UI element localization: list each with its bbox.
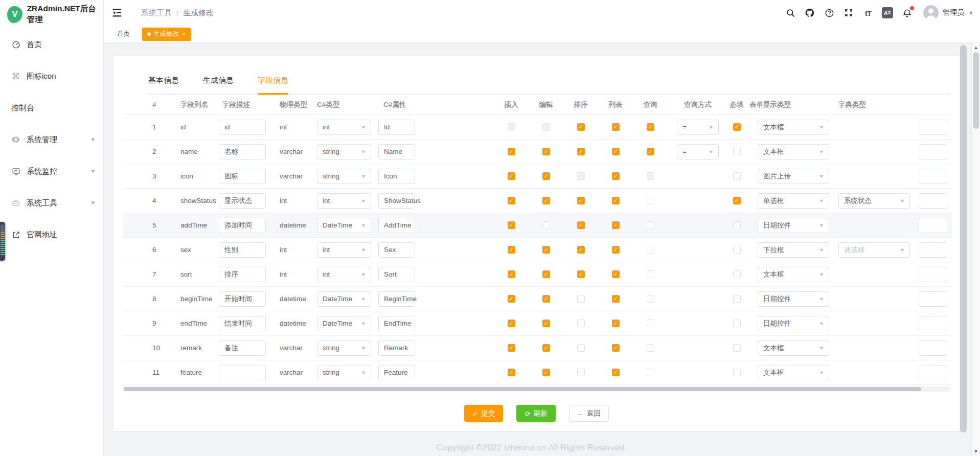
csharp-attr-input[interactable]: Sex [378,242,415,258]
required-checkbox[interactable] [733,197,741,204]
required-checkbox[interactable] [733,148,741,155]
sort-checkbox[interactable] [577,197,585,204]
sort-checkbox[interactable] [577,221,585,229]
sidebar-item-2[interactable]: ⌘图标icon [0,60,103,92]
csharp-type-select[interactable]: int▼ [317,242,371,258]
user-menu[interactable]: 管理员 ▼ [923,5,974,20]
query-checkbox[interactable] [647,123,654,131]
form-display-type-select[interactable]: 图片上传▼ [758,169,829,184]
insert-checkbox[interactable] [508,320,515,327]
query-type-select[interactable]: =▼ [677,120,719,135]
insert-checkbox[interactable] [508,221,515,229]
field-desc-input[interactable]: 性别 [219,242,266,258]
edit-checkbox[interactable] [542,172,550,180]
back-button[interactable]: ← 返回 [569,405,609,422]
insert-checkbox[interactable] [508,123,515,131]
sort-checkbox[interactable] [577,344,585,352]
form-display-type-select[interactable]: 文本框▼ [758,365,829,380]
required-checkbox[interactable] [733,295,741,303]
github-icon[interactable] [804,7,816,19]
refresh-button[interactable]: ⟳ 刷新 [516,405,555,422]
required-checkbox[interactable] [733,246,741,254]
tab-生成信息[interactable]: 生成信息 [203,76,234,94]
field-desc-input[interactable]: id [219,120,266,135]
edit-checkbox[interactable] [542,344,550,352]
csharp-type-select[interactable]: int▼ [317,267,371,282]
dict-type-select[interactable]: 系统状态▼ [838,193,910,209]
list-checkbox[interactable] [612,320,620,327]
sort-checkbox[interactable] [577,369,585,376]
field-desc-input[interactable]: 添加时间 [219,218,266,233]
horizontal-scrollbar-thumb[interactable] [124,387,921,391]
route-tab[interactable]: 首页 [112,28,135,41]
field-desc-input[interactable]: 显示状态 [219,193,266,209]
csharp-attr-input[interactable]: Icon [378,169,415,184]
form-display-type-select[interactable]: 日期控件▼ [758,218,829,233]
form-display-type-select[interactable]: 日期控件▼ [758,291,829,307]
extra-input[interactable] [919,120,947,135]
query-checkbox[interactable] [647,320,654,327]
edit-checkbox[interactable] [542,123,550,131]
csharp-type-select[interactable]: int▼ [317,193,371,209]
insert-checkbox[interactable] [508,246,515,254]
close-icon[interactable]: × [182,31,186,38]
list-checkbox[interactable] [612,172,620,180]
bell-icon[interactable] [901,7,913,19]
scroll-up-arrow[interactable]: ▲ [972,44,980,51]
tab-基本信息[interactable]: 基本信息 [148,76,179,94]
extra-input[interactable] [919,218,947,233]
csharp-type-select[interactable]: int▼ [317,120,371,135]
required-checkbox[interactable] [733,270,741,278]
insert-checkbox[interactable] [508,270,515,278]
scroll-down-arrow[interactable]: ▼ [972,448,980,455]
fullscreen-icon[interactable] [842,7,855,19]
submit-button[interactable]: ✓ 提交 [464,405,503,422]
list-checkbox[interactable] [612,148,620,155]
form-display-type-select[interactable]: 下拉框▼ [758,242,829,258]
edit-checkbox[interactable] [542,246,550,254]
sidebar-item-5[interactable]: 系统监控▼ [0,155,103,187]
list-checkbox[interactable] [612,197,620,204]
extra-input[interactable] [919,193,947,209]
sort-checkbox[interactable] [577,246,585,254]
csharp-type-select[interactable]: string▼ [317,169,371,184]
breadcrumb-item[interactable]: 系统工具 [141,8,172,18]
insert-checkbox[interactable] [508,369,515,376]
required-checkbox[interactable] [733,221,741,229]
dict-type-select[interactable]: 请选择▼ [838,242,910,258]
sort-checkbox[interactable] [577,270,585,278]
field-desc-input[interactable] [219,365,266,380]
insert-checkbox[interactable] [508,197,515,204]
field-desc-input[interactable]: 开始时间 [219,291,266,307]
insert-checkbox[interactable] [508,344,515,352]
edit-checkbox[interactable] [542,369,550,376]
query-checkbox[interactable] [647,172,654,180]
list-checkbox[interactable] [612,344,620,352]
required-checkbox[interactable] [733,344,741,352]
required-checkbox[interactable] [733,320,741,327]
insert-checkbox[interactable] [508,148,515,155]
csharp-attr-input[interactable]: BeginTime [378,291,415,307]
drawer-handle[interactable] [0,222,5,261]
sort-checkbox[interactable] [577,320,585,327]
window-scrollbar[interactable]: ▲ ▼ [971,43,980,456]
sidebar-item-4[interactable]: 系统管理▼ [0,124,103,155]
edit-checkbox[interactable] [542,197,550,204]
edit-checkbox[interactable] [542,221,550,229]
extra-input[interactable] [919,316,947,331]
edit-checkbox[interactable] [542,270,550,278]
query-checkbox[interactable] [647,295,654,303]
csharp-attr-input[interactable]: Id [378,120,415,135]
translate-icon[interactable]: A文 [881,7,894,19]
field-desc-input[interactable]: 排序 [219,267,266,282]
query-checkbox[interactable] [647,197,654,204]
extra-input[interactable] [919,242,947,258]
query-checkbox[interactable] [647,221,654,229]
sidebar-item-1[interactable]: 首页 [0,29,103,60]
csharp-type-select[interactable]: DateTime▼ [317,291,371,307]
list-checkbox[interactable] [612,270,620,278]
field-desc-input[interactable]: 结束时间 [219,316,266,331]
extra-input[interactable] [919,340,947,356]
sidebar-item-7[interactable]: 官网地址 [0,219,103,250]
sort-checkbox[interactable] [577,148,585,155]
